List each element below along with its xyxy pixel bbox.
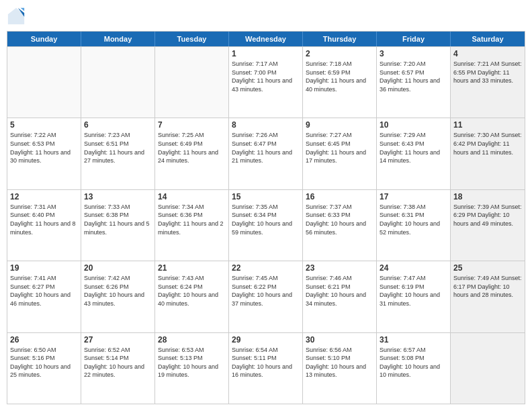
- day-header-sunday: Sunday: [7, 32, 81, 46]
- day-number: 8: [232, 120, 300, 130]
- day-cell-14: 14Sunrise: 7:34 AM Sunset: 6:36 PM Dayli…: [155, 190, 229, 261]
- day-cell-10: 10Sunrise: 7:29 AM Sunset: 6:43 PM Dayli…: [377, 118, 451, 189]
- day-header-monday: Monday: [81, 32, 155, 46]
- day-cell-5: 5Sunrise: 7:22 AM Sunset: 6:53 PM Daylig…: [7, 118, 81, 189]
- day-number: 1: [232, 49, 300, 58]
- day-number: 24: [380, 263, 447, 273]
- day-cell-2: 2Sunrise: 7:18 AM Sunset: 6:59 PM Daylig…: [303, 47, 377, 118]
- day-info: Sunrise: 7:42 AM Sunset: 6:26 PM Dayligh…: [84, 274, 152, 308]
- day-info: Sunrise: 7:22 AM Sunset: 6:53 PM Dayligh…: [10, 131, 78, 165]
- day-cell-empty-0-1: [81, 47, 155, 118]
- day-number: 23: [306, 263, 373, 273]
- day-cell-12: 12Sunrise: 7:31 AM Sunset: 6:40 PM Dayli…: [7, 190, 81, 261]
- day-cell-17: 17Sunrise: 7:38 AM Sunset: 6:31 PM Dayli…: [377, 190, 451, 261]
- day-number: 5: [10, 120, 78, 130]
- day-cell-24: 24Sunrise: 7:47 AM Sunset: 6:19 PM Dayli…: [377, 261, 451, 332]
- day-number: 31: [380, 335, 447, 345]
- day-info: Sunrise: 7:39 AM Sunset: 6:29 PM Dayligh…: [453, 203, 522, 228]
- day-cell-4: 4Sunrise: 7:21 AM Sunset: 6:55 PM Daylig…: [451, 47, 525, 118]
- logo-icon: [7, 7, 26, 26]
- calendar-weeks: 1Sunrise: 7:17 AM Sunset: 7:00 PM Daylig…: [7, 46, 525, 404]
- day-number: 29: [232, 335, 300, 345]
- day-info: Sunrise: 6:57 AM Sunset: 5:08 PM Dayligh…: [380, 346, 447, 379]
- day-info: Sunrise: 7:33 AM Sunset: 6:38 PM Dayligh…: [84, 203, 152, 236]
- day-header-saturday: Saturday: [451, 32, 525, 46]
- day-cell-11: 11Sunrise: 7:30 AM Sunset: 6:42 PM Dayli…: [451, 118, 525, 189]
- day-cell-9: 9Sunrise: 7:27 AM Sunset: 6:45 PM Daylig…: [303, 118, 377, 189]
- day-info: Sunrise: 7:38 AM Sunset: 6:31 PM Dayligh…: [380, 203, 447, 236]
- day-number: 13: [84, 192, 152, 201]
- day-number: 14: [158, 192, 226, 201]
- day-cell-empty-0-0: [7, 47, 81, 118]
- day-number: 2: [306, 49, 373, 58]
- day-number: 19: [10, 263, 78, 273]
- day-number: 12: [10, 192, 78, 201]
- day-info: Sunrise: 6:50 AM Sunset: 5:16 PM Dayligh…: [10, 346, 78, 379]
- day-cell-7: 7Sunrise: 7:25 AM Sunset: 6:49 PM Daylig…: [155, 118, 229, 189]
- day-cell-30: 30Sunrise: 6:56 AM Sunset: 5:10 PM Dayli…: [303, 333, 377, 404]
- day-info: Sunrise: 6:54 AM Sunset: 5:11 PM Dayligh…: [232, 346, 300, 379]
- week-row-1: 5Sunrise: 7:22 AM Sunset: 6:53 PM Daylig…: [7, 118, 525, 189]
- day-info: Sunrise: 7:27 AM Sunset: 6:45 PM Dayligh…: [306, 131, 373, 165]
- day-info: Sunrise: 7:46 AM Sunset: 6:21 PM Dayligh…: [306, 274, 373, 308]
- day-cell-29: 29Sunrise: 6:54 AM Sunset: 5:11 PM Dayli…: [229, 333, 303, 404]
- day-info: Sunrise: 6:52 AM Sunset: 5:14 PM Dayligh…: [84, 346, 152, 379]
- day-cell-26: 26Sunrise: 6:50 AM Sunset: 5:16 PM Dayli…: [7, 333, 81, 404]
- day-number: 11: [453, 120, 522, 130]
- day-cell-28: 28Sunrise: 6:53 AM Sunset: 5:13 PM Dayli…: [155, 333, 229, 404]
- day-header-wednesday: Wednesday: [229, 32, 303, 46]
- day-cell-23: 23Sunrise: 7:46 AM Sunset: 6:21 PM Dayli…: [303, 261, 377, 332]
- day-number: 20: [84, 263, 152, 273]
- day-number: 18: [453, 192, 522, 201]
- day-info: Sunrise: 7:37 AM Sunset: 6:33 PM Dayligh…: [306, 203, 373, 236]
- week-row-2: 12Sunrise: 7:31 AM Sunset: 6:40 PM Dayli…: [7, 189, 525, 261]
- day-cell-27: 27Sunrise: 6:52 AM Sunset: 5:14 PM Dayli…: [81, 333, 155, 404]
- day-number: 28: [158, 335, 226, 345]
- day-number: 9: [306, 120, 373, 130]
- day-cell-25: 25Sunrise: 7:49 AM Sunset: 6:17 PM Dayli…: [451, 261, 525, 332]
- day-number: 22: [232, 263, 300, 273]
- day-cell-6: 6Sunrise: 7:23 AM Sunset: 6:51 PM Daylig…: [81, 118, 155, 189]
- day-info: Sunrise: 7:29 AM Sunset: 6:43 PM Dayligh…: [380, 131, 447, 165]
- day-cell-20: 20Sunrise: 7:42 AM Sunset: 6:26 PM Dayli…: [81, 261, 155, 332]
- day-cell-16: 16Sunrise: 7:37 AM Sunset: 6:33 PM Dayli…: [303, 190, 377, 261]
- day-info: Sunrise: 7:49 AM Sunset: 6:17 PM Dayligh…: [453, 274, 522, 300]
- day-info: Sunrise: 7:31 AM Sunset: 6:40 PM Dayligh…: [10, 203, 78, 236]
- day-number: 21: [158, 263, 226, 273]
- day-info: Sunrise: 7:21 AM Sunset: 6:55 PM Dayligh…: [453, 60, 522, 85]
- week-row-4: 26Sunrise: 6:50 AM Sunset: 5:16 PM Dayli…: [7, 332, 525, 404]
- day-info: Sunrise: 7:23 AM Sunset: 6:51 PM Dayligh…: [84, 131, 152, 165]
- day-header-friday: Friday: [377, 32, 451, 46]
- day-info: Sunrise: 7:25 AM Sunset: 6:49 PM Dayligh…: [158, 131, 226, 165]
- day-number: 30: [306, 335, 373, 345]
- day-cell-3: 3Sunrise: 7:20 AM Sunset: 6:57 PM Daylig…: [377, 47, 451, 118]
- day-number: 26: [10, 335, 78, 345]
- day-cell-21: 21Sunrise: 7:43 AM Sunset: 6:24 PM Dayli…: [155, 261, 229, 332]
- day-cell-31: 31Sunrise: 6:57 AM Sunset: 5:08 PM Dayli…: [377, 333, 451, 404]
- day-info: Sunrise: 7:34 AM Sunset: 6:36 PM Dayligh…: [158, 203, 226, 236]
- day-cell-18: 18Sunrise: 7:39 AM Sunset: 6:29 PM Dayli…: [451, 190, 525, 261]
- week-row-0: 1Sunrise: 7:17 AM Sunset: 7:00 PM Daylig…: [7, 46, 525, 118]
- day-info: Sunrise: 6:56 AM Sunset: 5:10 PM Dayligh…: [306, 346, 373, 379]
- logo: [7, 7, 28, 26]
- page-container: SundayMondayTuesdayWednesdayThursdayFrid…: [0, 0, 532, 411]
- day-info: Sunrise: 7:45 AM Sunset: 6:22 PM Dayligh…: [232, 274, 300, 308]
- day-cell-empty-4-6: [451, 333, 525, 404]
- day-info: Sunrise: 7:41 AM Sunset: 6:27 PM Dayligh…: [10, 274, 78, 308]
- day-cell-19: 19Sunrise: 7:41 AM Sunset: 6:27 PM Dayli…: [7, 261, 81, 332]
- day-number: 4: [453, 49, 522, 58]
- day-info: Sunrise: 7:43 AM Sunset: 6:24 PM Dayligh…: [158, 274, 226, 308]
- day-number: 7: [158, 120, 226, 130]
- day-number: 3: [380, 49, 447, 58]
- day-info: Sunrise: 7:26 AM Sunset: 6:47 PM Dayligh…: [232, 131, 300, 165]
- day-number: 16: [306, 192, 373, 201]
- day-cell-13: 13Sunrise: 7:33 AM Sunset: 6:38 PM Dayli…: [81, 190, 155, 261]
- day-number: 17: [380, 192, 447, 201]
- svg-marker-0: [8, 8, 24, 24]
- day-header-tuesday: Tuesday: [155, 32, 229, 46]
- day-header-thursday: Thursday: [303, 32, 377, 46]
- day-info: Sunrise: 7:17 AM Sunset: 7:00 PM Dayligh…: [232, 60, 300, 93]
- day-info: Sunrise: 7:47 AM Sunset: 6:19 PM Dayligh…: [380, 274, 447, 308]
- day-cell-8: 8Sunrise: 7:26 AM Sunset: 6:47 PM Daylig…: [229, 118, 303, 189]
- day-number: 27: [84, 335, 152, 345]
